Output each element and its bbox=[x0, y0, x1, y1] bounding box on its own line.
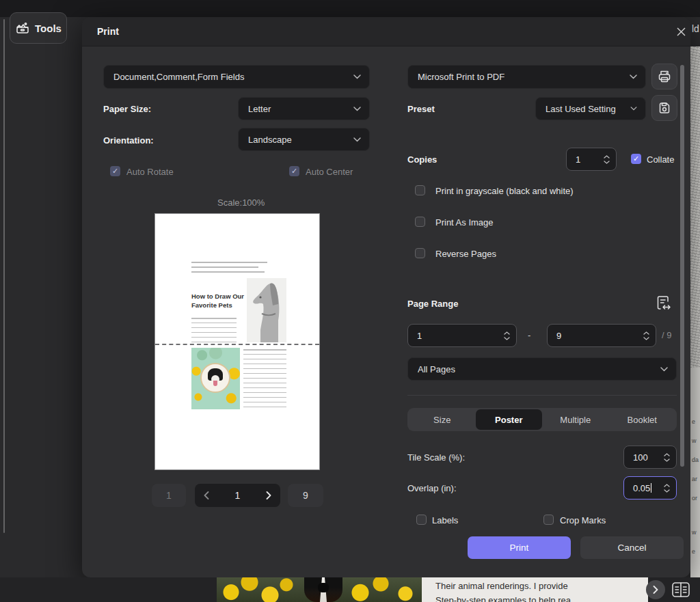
range-to-input[interactable]: 9 bbox=[547, 324, 656, 347]
edge-text-fragment: ar bbox=[692, 476, 697, 482]
chevron-down-icon bbox=[353, 74, 361, 79]
tab-size[interactable]: Size bbox=[409, 409, 476, 430]
copies-value: 1 bbox=[576, 154, 604, 165]
app-title-bar bbox=[0, 0, 700, 17]
paper-size-value: Letter bbox=[248, 104, 353, 114]
tile-scale-label: Tile Scale (%): bbox=[407, 452, 465, 463]
auto-center-label: Auto Center bbox=[306, 167, 353, 177]
preview-paragraph bbox=[243, 349, 286, 408]
preview-paragraph bbox=[191, 318, 237, 342]
labels-label: Labels bbox=[432, 515, 458, 525]
section-divider bbox=[407, 395, 677, 396]
first-page-button[interactable]: 1 bbox=[152, 484, 186, 507]
last-page-number: 9 bbox=[303, 490, 308, 501]
auto-center-checkbox[interactable]: ✓ bbox=[289, 166, 299, 176]
tab-poster[interactable]: Poster bbox=[476, 409, 543, 430]
toolbox-icon bbox=[15, 21, 30, 35]
preview-scale-text: Scale:100% bbox=[217, 197, 265, 208]
preset-select[interactable]: Last Used Setting bbox=[535, 97, 646, 120]
edge-text-fragment: w bbox=[692, 437, 697, 444]
next-page-button[interactable] bbox=[646, 580, 665, 599]
orientation-value: Landscape bbox=[248, 135, 353, 145]
dialog-title: Print bbox=[97, 26, 119, 37]
page-range-label: Page Range bbox=[407, 299, 458, 309]
chevron-right-icon[interactable] bbox=[266, 491, 271, 500]
caption-line: Step-by-step examples to help rea bbox=[435, 595, 571, 602]
dialog-header: Print bbox=[82, 17, 690, 46]
preset-label: Preset bbox=[407, 104, 435, 114]
book-icon bbox=[671, 582, 690, 598]
preview-photo bbox=[191, 348, 240, 409]
tools-button[interactable]: Tools bbox=[10, 12, 67, 44]
printer-select[interactable]: Microsoft Print to PDF bbox=[407, 65, 646, 89]
labels-checkbox[interactable] bbox=[416, 515, 427, 525]
tile-split-line bbox=[155, 344, 319, 345]
collate-checkbox[interactable]: ✓ bbox=[631, 154, 641, 164]
page-navigator: 1 bbox=[195, 484, 280, 507]
first-page-number: 1 bbox=[166, 490, 172, 501]
page-subset-select[interactable]: All Pages bbox=[407, 357, 677, 381]
chevron-down-icon bbox=[353, 137, 361, 142]
cancel-button-label: Cancel bbox=[617, 543, 646, 553]
stepper-arrows[interactable] bbox=[643, 331, 649, 340]
background-caption: Their animal renderings. I provide Step-… bbox=[422, 577, 648, 602]
background-sketch-fragment bbox=[690, 46, 700, 368]
reverse-pages-checkbox[interactable] bbox=[415, 248, 425, 258]
orientation-select[interactable]: Landscape bbox=[238, 128, 370, 151]
content-select[interactable]: Document,Comment,Form Fields bbox=[103, 65, 370, 89]
background-document-bottom: Their animal renderings. I provide Step-… bbox=[0, 577, 700, 602]
auto-rotate-label: Auto Rotate bbox=[126, 167, 174, 177]
save-preset-button[interactable] bbox=[651, 95, 677, 121]
background-text-fragment: ld bbox=[692, 23, 699, 34]
overlap-value: 0.05 bbox=[633, 483, 664, 493]
chevron-left-icon[interactable] bbox=[204, 491, 209, 500]
embroidery-hoop-graphic bbox=[200, 363, 230, 393]
stepper-arrows[interactable] bbox=[664, 484, 670, 493]
content-select-value: Document,Comment,Form Fields bbox=[113, 72, 353, 82]
print-as-image-checkbox[interactable] bbox=[415, 217, 425, 227]
print-button[interactable]: Print bbox=[468, 536, 571, 559]
copies-input[interactable]: 1 bbox=[566, 148, 617, 171]
preview-text-line bbox=[191, 271, 265, 273]
close-icon[interactable] bbox=[673, 23, 689, 40]
range-from-input[interactable]: 1 bbox=[407, 324, 517, 347]
scrollbar-thumb[interactable] bbox=[680, 65, 684, 467]
grayscale-label: Print in grayscale (black and white) bbox=[435, 186, 574, 196]
chevron-right-icon bbox=[653, 586, 658, 594]
reader-mode-button[interactable] bbox=[669, 579, 692, 600]
text-caret bbox=[651, 483, 651, 493]
range-total: / 9 bbox=[662, 330, 671, 340]
edge-text-fragment: e bbox=[692, 548, 695, 555]
stepper-arrows[interactable] bbox=[664, 453, 670, 462]
print-preview-page: How to Draw Our Favorite Pets bbox=[154, 213, 320, 470]
background-dog-photo bbox=[217, 577, 422, 602]
preview-text-line bbox=[191, 266, 258, 268]
edge-text-fragment: w bbox=[692, 529, 697, 536]
page-range-icon[interactable] bbox=[655, 295, 673, 312]
range-to-value: 9 bbox=[556, 331, 643, 341]
last-page-button[interactable]: 9 bbox=[288, 484, 323, 507]
printer-select-value: Microsoft Print to PDF bbox=[418, 72, 630, 82]
range-separator: - bbox=[528, 330, 530, 340]
edge-text-fragment: or bbox=[692, 495, 697, 502]
auto-rotate-checkbox[interactable]: ✓ bbox=[110, 166, 120, 176]
tab-multiple[interactable]: Multiple bbox=[542, 409, 609, 430]
stepper-arrows[interactable] bbox=[504, 331, 510, 340]
crop-marks-checkbox[interactable] bbox=[543, 515, 554, 525]
grayscale-checkbox[interactable] bbox=[415, 185, 425, 195]
stepper-arrows[interactable] bbox=[604, 155, 610, 164]
cancel-button[interactable]: Cancel bbox=[580, 536, 684, 559]
left-panel-edge bbox=[3, 19, 5, 533]
caption-line: Their animal renderings. I provide bbox=[435, 581, 568, 591]
tools-label: Tools bbox=[35, 23, 62, 34]
dog-head-graphic bbox=[304, 577, 342, 602]
printer-properties-button[interactable] bbox=[651, 64, 677, 90]
tab-booklet[interactable]: Booklet bbox=[609, 409, 676, 430]
range-from-value: 1 bbox=[417, 331, 504, 341]
overlap-input[interactable]: 0.05 bbox=[623, 476, 677, 500]
save-icon bbox=[658, 101, 671, 115]
print-dialog: Print Document,Comment,Form Fields Paper… bbox=[82, 17, 690, 577]
paper-size-select[interactable]: Letter bbox=[238, 97, 370, 120]
tile-scale-input[interactable]: 100 bbox=[623, 446, 677, 469]
chevron-down-icon bbox=[660, 367, 668, 372]
